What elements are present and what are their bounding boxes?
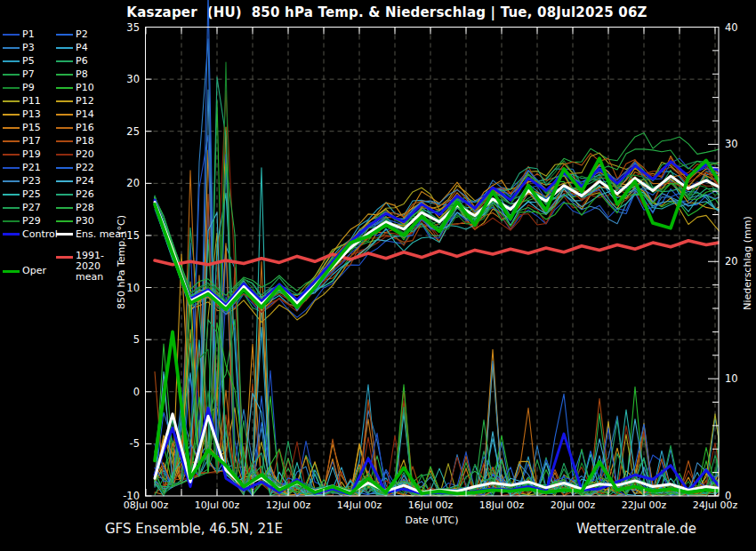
svg-text:35: 35 <box>126 21 140 34</box>
svg-text:5: 5 <box>133 333 140 346</box>
svg-text:40: 40 <box>725 21 738 34</box>
footer-brand: Wetterzentrale.de <box>576 521 696 537</box>
svg-text:15: 15 <box>126 229 140 242</box>
svg-text:30: 30 <box>126 73 140 85</box>
svg-text:08Jul 00z: 08Jul 00z <box>124 499 169 511</box>
svg-text:-5: -5 <box>130 437 140 450</box>
svg-text:10Jul 00z: 10Jul 00z <box>195 499 240 511</box>
svg-text:20Jul 00z: 20Jul 00z <box>551 499 596 511</box>
svg-text:24Jul 00z: 24Jul 00z <box>693 499 738 511</box>
ensemble-chart: -10-50510152025303501020304008Jul 00z10J… <box>0 0 756 551</box>
svg-text:10: 10 <box>126 282 140 294</box>
y-axis-title-left: 850 hPa Temp. (°C) <box>116 215 127 309</box>
svg-text:10: 10 <box>725 372 738 385</box>
svg-text:0: 0 <box>133 386 140 398</box>
svg-text:20: 20 <box>725 255 738 268</box>
meteogram-page: Kaszaper (HU) 850 hPa Temp. & Niederschl… <box>0 0 756 551</box>
y-axis-title-right: Niederschlag (mm) <box>742 216 753 309</box>
footer-model-info: GFS Ensemble, 46.5N, 21E <box>105 521 283 537</box>
svg-text:12Jul 00z: 12Jul 00z <box>266 499 311 511</box>
svg-text:20: 20 <box>126 177 140 189</box>
svg-text:16Jul 00z: 16Jul 00z <box>408 499 454 511</box>
svg-text:14Jul 00z: 14Jul 00z <box>337 499 382 511</box>
svg-text:25: 25 <box>126 125 140 138</box>
svg-text:22Jul 00z: 22Jul 00z <box>622 499 667 511</box>
svg-text:18Jul 00z: 18Jul 00z <box>479 499 525 511</box>
svg-text:30: 30 <box>725 138 738 150</box>
